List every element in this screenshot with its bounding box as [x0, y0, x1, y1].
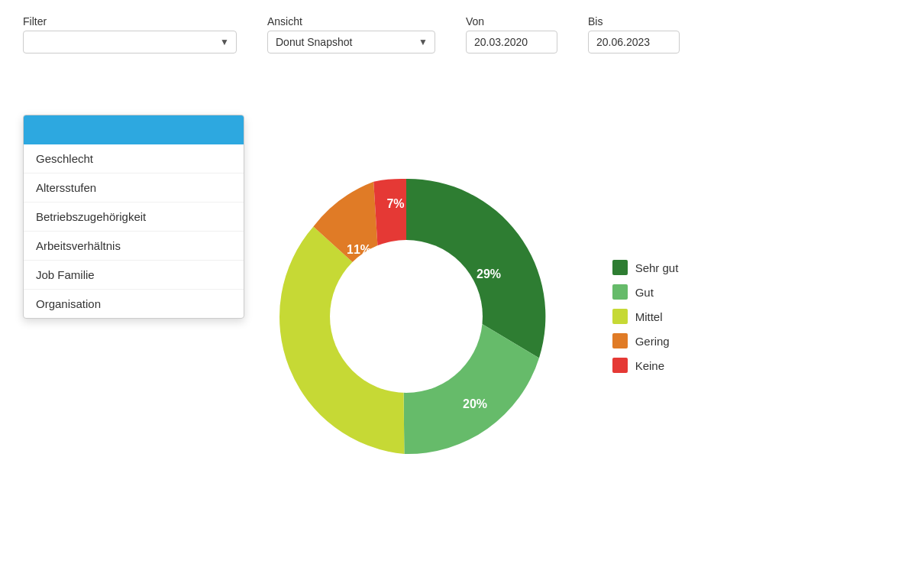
bis-group: Bis — [588, 15, 680, 53]
donut-hole — [330, 240, 483, 393]
legend-item-gut: Gut — [612, 284, 679, 300]
ansicht-group: Ansicht Donut Snapshot ▼ — [267, 15, 435, 53]
dropdown-item-altersstufen[interactable]: Altersstufen — [24, 173, 244, 203]
legend-item-sehr-gut: Sehr gut — [612, 260, 679, 275]
filter-select[interactable] — [23, 31, 237, 53]
chart-legend: Sehr gut Gut Mittel Gering Keine — [612, 260, 679, 373]
ansicht-select[interactable]: Donut Snapshot — [267, 31, 435, 53]
von-input[interactable] — [466, 31, 557, 53]
dropdown-item-organisation[interactable]: Organisation — [24, 290, 244, 318]
donut-chart: 29% 20% 33% 11% 7% — [246, 156, 567, 477]
legend-color-keine — [612, 358, 628, 373]
legend-label-mittel: Mittel — [635, 310, 663, 323]
von-label: Von — [466, 15, 557, 28]
legend-label-gering: Gering — [635, 335, 670, 348]
bis-input[interactable] — [588, 31, 680, 53]
filter-group: Filter ▼ — [23, 15, 237, 53]
dropdown-item-geschlecht[interactable]: Geschlecht — [24, 144, 244, 173]
label-sehr-gut: 29% — [477, 267, 501, 280]
legend-color-gering — [612, 333, 628, 348]
dropdown-item-arbeitsverh[interactable]: Arbeitsverhältnis — [24, 232, 244, 261]
von-group: Von — [466, 15, 557, 53]
bis-label: Bis — [588, 15, 680, 28]
filter-dropdown: Geschlecht Altersstufen Betriebszugehöri… — [23, 115, 244, 319]
label-mittel: 33% — [321, 474, 346, 477]
dropdown-item-betriebszugehorigkeit[interactable]: Betriebszugehörigkeit — [24, 203, 244, 232]
label-gering: 11% — [347, 243, 371, 256]
legend-color-sehr-gut — [612, 260, 628, 275]
legend-item-mittel: Mittel — [612, 309, 679, 324]
legend-label-gut: Gut — [635, 286, 654, 299]
ansicht-label: Ansicht — [267, 15, 435, 28]
legend-color-gut — [612, 284, 628, 300]
label-keine: 7% — [386, 197, 404, 210]
legend-color-mittel — [612, 309, 628, 324]
filter-label: Filter — [23, 15, 237, 28]
dropdown-item-job-familie[interactable]: Job Familie — [24, 261, 244, 290]
legend-item-keine: Keine — [612, 358, 679, 373]
legend-label-keine: Keine — [635, 359, 664, 372]
legend-label-sehr-gut: Sehr gut — [635, 261, 679, 274]
label-gut: 20% — [463, 397, 487, 410]
dropdown-selected-highlight — [24, 115, 244, 144]
legend-item-gering: Gering — [612, 333, 679, 348]
